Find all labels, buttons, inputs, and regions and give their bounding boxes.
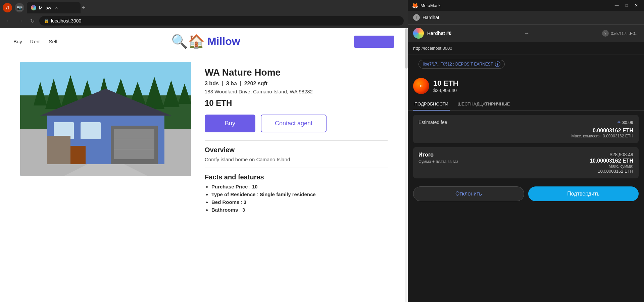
mm-action-buttons: Отклонить Подтвердить [408,181,644,207]
sqft-count: 2202 [244,81,256,86]
site-nav: Buy Rent Sell 🔍🏠 Millow [0,28,408,55]
site-logo: 🔍🏠 Millow [171,34,240,49]
tab-close-button[interactable]: × [55,5,58,10]
mm-close-button[interactable]: ✕ [633,2,640,8]
mm-total-box: Итого Сумма + плата за газ $28,908.49 10… [413,147,639,178]
property-title: WA Nature Home [205,67,388,78]
fact-item-bathrooms: Bathrooms : 3 [211,207,388,213]
property-details: WA Nature Home 3 bds | 3 ba | 2202 sqft … [205,62,388,215]
mm-minimize-button[interactable]: — [613,2,621,8]
fact-item-bedrooms: Bed Rooms : 3 [211,199,388,205]
fact-label: Bed Rooms [211,199,239,205]
fact-label: Type of Residence [211,191,255,197]
lock-icon: 🔒 [44,18,49,23]
tab-bar: Л 📷 Millow × + [0,0,408,13]
baths-count: 3 [226,81,229,86]
mm-addr-icon: ? [602,30,609,37]
mm-network-header: ? Hardhat [408,11,644,25]
mm-edit-icon[interactable]: ✏ [617,120,621,125]
active-tab[interactable]: Millow × [27,2,81,13]
webpage: Buy Rent Sell 🔍🏠 Millow [0,28,408,302]
property-address: 183 Woodland Drive, Camano Island, WA 98… [205,89,388,94]
mm-balance-usd: $28,908.40 [433,88,458,93]
mm-account-row: Hardhat #0 → ? 0xe7f17...F0... [408,25,644,42]
mm-total-row: Итого Сумма + плата за газ $28,908.49 10… [418,152,633,174]
address-bar: ← → ↻ 🔒 localhost:3000 [0,13,408,28]
fact-value: 10 [252,184,258,189]
house-svg [20,62,191,176]
divider-2 [205,168,388,168]
back-button[interactable]: ← [4,16,13,25]
facts-list: Purchase Price : 10 Type of Residence : … [205,184,388,213]
mm-confirm-button[interactable]: Подтвердить [528,186,639,201]
property-listing: WA Nature Home 3 bds | 3 ba | 2202 sqft … [0,55,408,221]
mm-total-left: Итого Сумма + плата за газ [418,152,458,164]
svg-rect-20 [81,122,101,139]
mm-fee-usd: ✏ $0.09 [617,120,633,125]
mm-max-commission-label: Макс. комиссия: [572,134,602,138]
refresh-button[interactable]: ↻ [28,16,37,26]
mm-tabs: ПОДРОБНОСТИ ШЕСТНАДЦАТИРИЧНЫЕ [408,98,644,111]
connect-wallet-button[interactable] [354,36,394,48]
mm-contract-tag: 0xe7f17...F0512 : DEPOSIT EARNEST ℹ [418,60,505,69]
profile-button[interactable]: Л [3,3,12,12]
new-tab-button[interactable]: + [82,4,86,11]
scroll-thumb[interactable] [405,28,408,69]
mm-account-name: Hardhat #0 [427,31,451,36]
mm-fee-eth: 0.00003162 ETH [418,128,633,134]
mm-total-label: Итого [418,152,458,158]
url-text: localhost:3000 [51,18,81,24]
scrollbar[interactable] [405,28,408,302]
beds-label: bds [209,81,218,86]
mm-account-address: ? 0xe7f17...F0... [602,30,639,37]
mm-balance-row: H 10 ETH $28,908.40 [408,74,644,98]
camera-button[interactable]: 📷 [15,3,24,12]
mm-fee-header: Estimated fee ✏ $0.09 [418,120,633,125]
facts-title: Facts and features [205,173,388,181]
mm-contract-tag-text: 0xe7f17...F0512 : DEPOSIT EARNEST [423,62,493,67]
mm-arrow-icon: → [524,30,530,36]
mm-title: 🦊 MetaMask [412,2,441,9]
forward-button[interactable]: → [16,16,26,25]
mm-url: http://localhost:3000 [408,42,644,54]
mm-network-name: Hardhat [423,15,439,20]
tab-favicon [31,5,36,10]
mm-tab-hex[interactable]: ШЕСТНАДЦАТИРИЧНЫЕ [456,98,511,111]
beds-count: 3 [205,81,208,86]
nav-sell[interactable]: Sell [49,39,57,44]
mm-fee-usd-value: $0.09 [622,120,633,125]
mm-window-buttons: — □ ✕ [613,2,640,8]
property-price: 10 ETH [205,98,388,108]
mm-tab-details[interactable]: ПОДРОБНОСТИ [413,98,450,111]
fact-item-purchase-price: Purchase Price : 10 [211,184,388,189]
mm-network-icon: ? [413,14,420,21]
contact-agent-button[interactable]: Contact agent [261,115,327,132]
mm-fee-box: Estimated fee ✏ $0.09 0.00003162 ETH Мак… [413,115,639,143]
nav-links: Buy Rent Sell [13,39,57,44]
logo-text: Millow [207,35,240,48]
nav-buy[interactable]: Buy [13,39,22,44]
mm-total-sub: Сумма + плата за газ [418,159,458,164]
buy-button[interactable]: Buy [205,115,255,132]
mm-maximize-button[interactable]: □ [624,2,630,8]
fact-value: 3 [242,207,245,213]
nav-rent[interactable]: Rent [30,39,41,44]
mm-balance-info: 10 ETH $28,908.40 [433,79,458,93]
mm-balance-eth: 10 ETH [433,79,458,88]
mm-address-text: 0xe7f17...F0... [611,31,639,36]
mm-total-max-label: Макс. сумма: [590,164,633,169]
fact-label: Bathrooms [211,207,238,213]
mm-total-max-val: 10.00003162 ETH [590,169,633,174]
property-specs: 3 bds | 3 ba | 2202 sqft [205,81,388,87]
metamask-panel: 🦊 MetaMask — □ ✕ ? Hardhat Hardhat #0 → … [408,0,644,302]
url-bar[interactable]: 🔒 localhost:3000 [39,16,404,26]
fact-value: 3 [244,199,246,205]
tab-title: Millow [39,5,51,10]
action-buttons: Buy Contact agent [205,115,388,132]
mm-account-info: Hardhat #0 [427,31,451,36]
property-image [20,62,191,176]
svg-rect-23 [47,136,70,164]
mm-reject-button[interactable]: Отклонить [413,186,524,201]
mm-fee-max: Макс. комиссия: 0.00003162 ETH [418,134,633,138]
mm-info-icon: ℹ [495,61,500,67]
